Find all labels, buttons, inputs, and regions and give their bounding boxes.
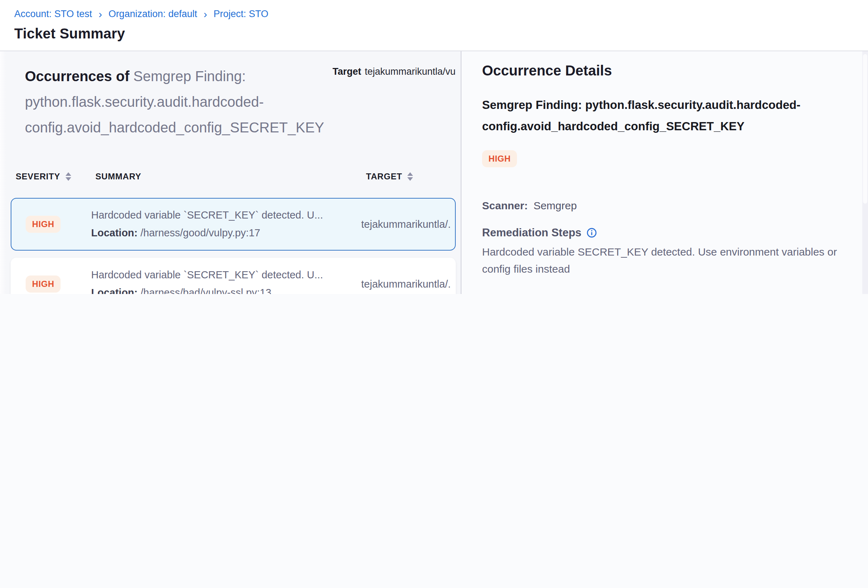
scanner-row: Scanner:Semgrep <box>482 199 847 211</box>
location-value: /harness/bad/vulpy-ssl.py:13 <box>141 287 272 294</box>
vertical-scrollbar[interactable] <box>862 51 868 294</box>
chevron-right-icon: › <box>204 9 207 19</box>
details-title: Occurrence Details <box>482 63 847 79</box>
page-title: Ticket Summary <box>14 26 868 42</box>
summary-text: Hardcoded variable `SECRET_KEY` detected… <box>91 206 345 224</box>
sort-icon[interactable] <box>407 172 413 181</box>
severity-badge: HIGH <box>482 150 517 167</box>
breadcrumb-organization-link[interactable]: Organization: default <box>109 9 197 19</box>
severity-cell: HIGH <box>26 276 91 293</box>
column-header-summary: SUMMARY <box>95 172 348 181</box>
finding-title: Semgrep Finding: python.flask.security.a… <box>482 94 841 137</box>
remediation-steps-heading: Remediation Steps <box>482 226 847 239</box>
occurrences-header: Occurrences of Semgrep Finding: python.f… <box>0 51 461 140</box>
scrollbar-thumb[interactable] <box>863 54 867 203</box>
breadcrumb: Account: STO test › Organization: defaul… <box>14 9 868 19</box>
target-header-label: TARGET <box>366 172 402 181</box>
occurrences-panel: Occurrences of Semgrep Finding: python.f… <box>0 51 461 294</box>
ticket-summary-page: Account: STO test › Organization: defaul… <box>0 0 868 294</box>
scanner-value: Semgrep <box>533 199 577 211</box>
location-line: Location:/harness/good/vulpy.py:17 <box>91 224 345 242</box>
location-line: Location:/harness/bad/vulpy-ssl.py:13 <box>91 284 345 294</box>
table-row[interactable]: HIGH Hardcoded variable `SECRET_KEY` det… <box>11 198 456 251</box>
summary-text: Hardcoded variable `SECRET_KEY` detected… <box>91 266 345 284</box>
remediation-text: Hardcoded variable SECRET_KEY detected. … <box>482 243 847 278</box>
page-header: Account: STO test › Organization: defaul… <box>0 0 868 51</box>
target-cell: tejakummarikuntla/. <box>345 279 451 290</box>
summary-cell: Hardcoded variable `SECRET_KEY` detected… <box>91 266 345 294</box>
summary-cell: Hardcoded variable `SECRET_KEY` detected… <box>91 206 345 242</box>
table-row[interactable]: HIGH Hardcoded variable `SECRET_KEY` det… <box>11 258 456 294</box>
location-label: Location: <box>91 287 138 294</box>
target-cell: tejakummarikuntla/. <box>345 218 451 230</box>
content-area: Occurrences of Semgrep Finding: python.f… <box>0 51 868 294</box>
column-header-severity[interactable]: SEVERITY <box>16 172 95 181</box>
details-severity-row: HIGH <box>482 150 847 167</box>
column-header-target[interactable]: TARGET <box>348 172 453 181</box>
target-summary: Targettejakummarikuntla/vu <box>332 66 461 77</box>
occurrences-title-prefix: Occurrences of <box>25 68 133 84</box>
scanner-label: Scanner: <box>482 199 528 211</box>
sort-icon[interactable] <box>65 172 71 181</box>
info-icon[interactable] <box>586 228 596 238</box>
target-value: tejakummarikuntla/vu <box>365 66 456 77</box>
chevron-right-icon: › <box>99 9 102 19</box>
summary-header-label: SUMMARY <box>95 172 141 181</box>
severity-badge: HIGH <box>26 216 61 233</box>
severity-badge: HIGH <box>26 276 61 293</box>
breadcrumb-project-link[interactable]: Project: STO <box>214 9 269 19</box>
target-label: Target <box>332 66 362 77</box>
occurrences-table-header: SEVERITY SUMMARY TARGET <box>0 172 461 181</box>
severity-cell: HIGH <box>26 216 91 233</box>
occurrences-table-body: HIGH Hardcoded variable `SECRET_KEY` det… <box>0 198 461 294</box>
remediation-steps-label: Remediation Steps <box>482 226 582 239</box>
breadcrumb-account-link[interactable]: Account: STO test <box>14 9 92 19</box>
location-label: Location: <box>91 227 138 239</box>
severity-header-label: SEVERITY <box>16 172 60 181</box>
location-value: /harness/good/vulpy.py:17 <box>141 227 260 239</box>
occurrence-details-panel: Occurrence Details Semgrep Finding: pyth… <box>461 51 868 294</box>
